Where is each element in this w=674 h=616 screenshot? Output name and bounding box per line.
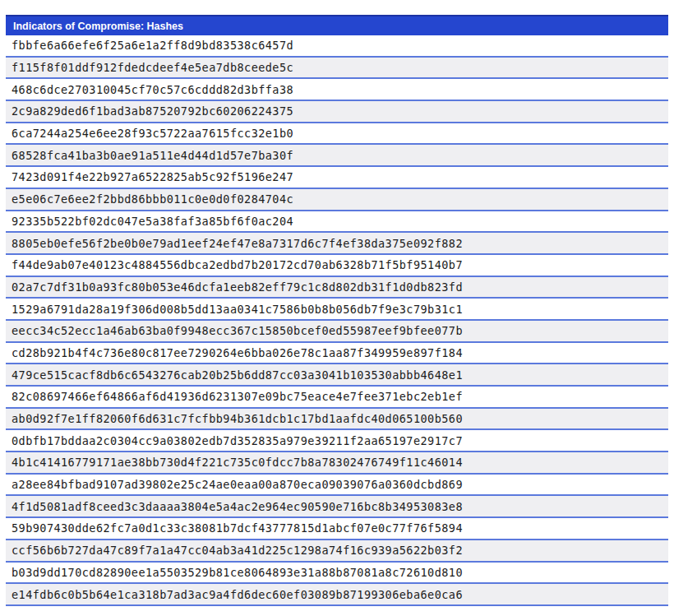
table-row: fbbfe6a66efe6f25a6e1a2ff8d9bd83538c6457d xyxy=(6,35,668,58)
table-row: 4f1d5081adf8ceed3c3daaaa3804e5a4ac2e964e… xyxy=(6,496,668,518)
hash-value: 4f1d5081adf8ceed3c3daaaa3804e5a4ac2e964e… xyxy=(12,500,463,513)
hash-value: ccf56b6b727da47c89f7a1a47cc04ab3a41d225c… xyxy=(12,544,463,557)
hash-value: 1529a6791da28a19f306d008b5dd13aa0341c758… xyxy=(12,303,463,316)
table-row: 2c9a829ded6f1bad3ab87520792bc60206224375 xyxy=(6,101,668,123)
table-row: e14fdb6c0b5b64e1ca318b7ad3ac9a4fd6dec60e… xyxy=(6,584,668,606)
table-row: 4b1c41416779171ae38bb730d4f221c735c0fdcc… xyxy=(6,452,668,475)
hash-value: a28ee84bfbad9107ad39802e25c24ae0eaa00a87… xyxy=(12,478,463,491)
table-row: 6ca7244a254e6ee28f93c5722aa7615fcc32e1b0 xyxy=(6,123,668,146)
table-header: Indicators of Compromise: Hashes xyxy=(6,15,668,35)
table-row: 92335b522bf02dc047e5a38faf3a85bf6f0ac204 xyxy=(6,211,668,234)
table-row: f115f8f01ddf912fdedcdeef4e5ea7db8ceede5c xyxy=(6,58,668,80)
table-row: e5e06c7e6ee2f2bbd86bbb011c0e0d0f0284704c xyxy=(6,189,668,211)
hash-value: 468c6dce270310045cf70c57c6cddd82d3bffa38 xyxy=(12,83,293,96)
hash-value: f44de9ab07e40123c4884556dbca2edbd7b20172… xyxy=(12,258,463,271)
table-row: ccf56b6b727da47c89f7a1a47cc04ab3a41d225c… xyxy=(6,540,668,563)
table-row: 1529a6791da28a19f306d008b5dd13aa0341c758… xyxy=(6,299,668,321)
hash-value: 7423d091f4e22b927a6522825ab5c92f5196e247 xyxy=(12,170,293,183)
hash-value: e14fdb6c0b5b64e1ca318b7ad3ac9a4fd6dec60e… xyxy=(12,588,463,601)
hash-value: 59b907430dde62fc7a0d1c33c38081b7dcf43777… xyxy=(12,521,463,535)
hash-rows: fbbfe6a66efe6f25a6e1a2ff8d9bd83538c6457d… xyxy=(6,35,668,606)
hash-value: 0dbfb17bddaa2c0304cc9a03802edb7d352835a9… xyxy=(12,434,463,447)
table-row: eecc34c52ecc1a46ab63ba0f9948ecc367c15850… xyxy=(6,321,668,343)
hash-value: 8805eb0efe56f2be0b0e79ad1eef24ef47e8a731… xyxy=(12,237,463,250)
table-row: f44de9ab07e40123c4884556dbca2edbd7b20172… xyxy=(6,255,668,277)
hash-value: 82c08697466ef64866af6d41936d6231307e09bc… xyxy=(12,390,463,403)
table-row: 82c08697466ef64866af6d41936d6231307e09bc… xyxy=(6,387,668,409)
hash-value: 68528fca41ba3b0ae91a511e4d44d1d57e7ba30f xyxy=(12,149,293,162)
hash-value: 02a7c7df31b0a93fc80b053e46dcfa1eeb82eff7… xyxy=(12,280,463,294)
hash-value: 6ca7244a254e6ee28f93c5722aa7615fcc32e1b0 xyxy=(12,127,293,140)
table-row: cd28b921b4f4c736e80c817ee7290264e6bba026… xyxy=(6,343,668,365)
table-row: 8805eb0efe56f2be0b0e79ad1eef24ef47e8a731… xyxy=(6,233,668,255)
table-row: 468c6dce270310045cf70c57c6cddd82d3bffa38 xyxy=(6,79,668,101)
table-row: 02a7c7df31b0a93fc80b053e46dcfa1eeb82eff7… xyxy=(6,277,668,299)
hash-value: eecc34c52ecc1a46ab63ba0f9948ecc367c15850… xyxy=(12,324,463,337)
hash-value: 4b1c41416779171ae38bb730d4f221c735c0fdcc… xyxy=(12,456,463,469)
table-title: Indicators of Compromise: Hashes xyxy=(13,21,183,32)
table-row: 68528fca41ba3b0ae91a511e4d44d1d57e7ba30f xyxy=(6,145,668,167)
hash-value: ab0d92f7e1ff82060f6d631c7fcfbb94b361dcb1… xyxy=(12,412,463,425)
table-row: 59b907430dde62fc7a0d1c33c38081b7dcf43777… xyxy=(6,518,668,540)
hash-value: e5e06c7e6ee2f2bbd86bbb011c0e0d0f0284704c xyxy=(12,192,293,206)
hash-value: b03d9dd170cd82890ee1a5503529b81ce8064893… xyxy=(12,566,463,579)
table-row: a28ee84bfbad9107ad39802e25c24ae0eaa00a87… xyxy=(6,475,668,497)
hash-value: 479ce515cacf8db6c6543276cab20b25b6dd87cc… xyxy=(12,368,463,382)
table-row: 479ce515cacf8db6c6543276cab20b25b6dd87cc… xyxy=(6,364,668,387)
table-row: b03d9dd170cd82890ee1a5503529b81ce8064893… xyxy=(6,563,668,585)
hash-value: 2c9a829ded6f1bad3ab87520792bc60206224375 xyxy=(12,104,293,118)
hash-value: 92335b522bf02dc047e5a38faf3a85bf6f0ac204 xyxy=(12,215,293,228)
table-row: 0dbfb17bddaa2c0304cc9a03802edb7d352835a9… xyxy=(6,430,668,452)
hash-value: f115f8f01ddf912fdedcdeef4e5ea7db8ceede5c xyxy=(12,61,293,74)
table-row: ab0d92f7e1ff82060f6d631c7fcfbb94b361dcb1… xyxy=(6,409,668,431)
hash-value: fbbfe6a66efe6f25a6e1a2ff8d9bd83538c6457d xyxy=(12,39,293,52)
table-row: 7423d091f4e22b927a6522825ab5c92f5196e247 xyxy=(6,167,668,189)
ioc-table: Indicators of Compromise: Hashes fbbfe6a… xyxy=(0,0,674,606)
hash-value: cd28b921b4f4c736e80c817ee7290264e6bba026… xyxy=(12,346,463,359)
